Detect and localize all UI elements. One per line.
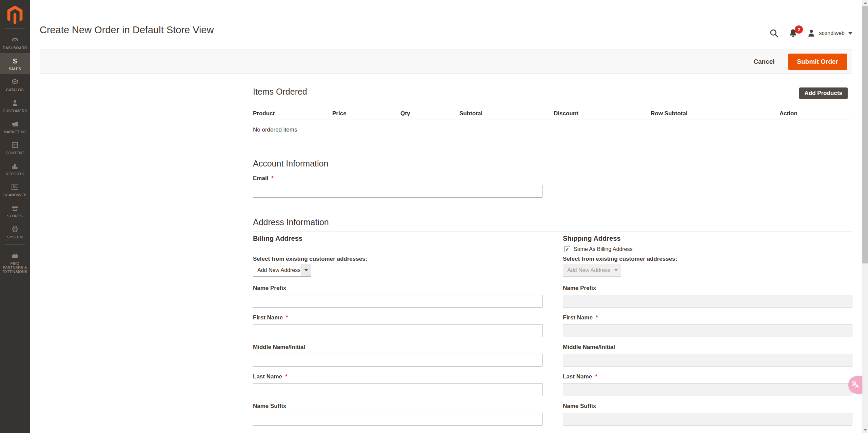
column-header-qty: Qty	[400, 110, 459, 117]
billing-first-name-group: First Name*	[253, 314, 542, 337]
sidebar-item-label: SYSTEM	[7, 235, 23, 239]
sidebar-divider	[5, 28, 25, 29]
shipping-last-name-group: Last Name*	[563, 373, 852, 396]
svg-text:$: $	[13, 57, 17, 65]
items-table-header-row: Product Price Qty Subtotal Discount Row …	[253, 108, 852, 119]
checkmark-icon: ✓	[565, 247, 569, 252]
billing-name-suffix-field[interactable]	[253, 413, 542, 426]
billing-select-label: Select from existing customer addresses:	[253, 256, 367, 262]
sidebar-item-sales[interactable]: $ SALES	[0, 53, 30, 74]
sidebar-item-label: CATALOG	[6, 88, 24, 92]
shipping-select-label: Select from existing customer addresses:	[563, 256, 677, 262]
bar-chart-icon	[11, 162, 19, 171]
add-products-button[interactable]: Add Products	[799, 87, 848, 99]
field-label: Name Suffix	[563, 403, 596, 410]
required-asterisk: *	[286, 314, 288, 321]
billing-middle-name-group: Middle Name/Initial	[253, 344, 542, 367]
email-field[interactable]	[253, 185, 542, 198]
address-information-heading: Address Information	[253, 217, 852, 232]
field-label: First Name	[253, 314, 283, 321]
sidebar-item-label: STORES	[7, 214, 23, 218]
shipping-name-fields: Name Prefix First Name* Middle Name/Init…	[563, 285, 852, 432]
chevron-down-icon	[614, 269, 618, 271]
required-asterisk: *	[595, 373, 597, 380]
package-icon	[11, 78, 19, 86]
billing-middle-name-field[interactable]	[253, 354, 542, 367]
sidebar-item-label: SCANDIWEB	[3, 193, 26, 197]
brick-icon	[11, 251, 19, 260]
email-label: Email	[253, 175, 268, 182]
shipping-name-prefix-field	[563, 295, 852, 308]
required-asterisk: *	[271, 175, 274, 181]
scrollbar[interactable]	[862, 0, 868, 433]
sidebar-item-label: FIND PARTNERS & EXTENSIONS	[1, 261, 29, 274]
column-header-row-subtotal: Row Subtotal	[651, 110, 780, 117]
field-label: Name Suffix	[253, 403, 286, 410]
shipping-name-suffix-field	[563, 413, 852, 426]
email-field-group: Email*	[253, 175, 542, 198]
person-icon	[11, 99, 19, 107]
billing-name-fields: Name Prefix First Name* Middle Name/Init…	[253, 285, 542, 432]
empty-items-message: No ordered items	[253, 119, 852, 133]
gear-icon: ⚙	[11, 225, 19, 234]
shipping-address-select: Add New Address	[563, 264, 621, 277]
sidebar-item-label: CONTENT	[6, 151, 24, 155]
billing-select-arrow[interactable]	[301, 264, 311, 276]
field-label: Middle Name/Initial	[563, 344, 615, 351]
billing-name-suffix-group: Name Suffix	[253, 403, 542, 426]
scrollbar-thumb[interactable]	[862, 6, 868, 263]
sidebar-item-label: DASHBOARD	[3, 46, 27, 50]
sidebar-item-stores[interactable]: STORES	[0, 200, 30, 221]
billing-last-name-group: Last Name*	[253, 373, 542, 396]
column-header-discount: Discount	[554, 110, 651, 117]
billing-address-select[interactable]: Add New Address	[253, 264, 311, 277]
scrollbar-down-arrow[interactable]	[864, 429, 867, 431]
sidebar-item-catalog[interactable]: CATALOG	[0, 74, 30, 95]
field-label: First Name	[563, 314, 593, 321]
scandiweb-icon	[11, 183, 19, 192]
sidebar-item-reports[interactable]: REPORTS	[0, 158, 30, 179]
magento-logo-icon	[6, 5, 24, 25]
translate-icon	[851, 380, 860, 389]
shipping-first-name-group: First Name*	[563, 314, 852, 337]
billing-name-prefix-field[interactable]	[253, 295, 542, 308]
column-header-price: Price	[332, 110, 400, 117]
scrollbar-up-arrow[interactable]	[864, 2, 867, 4]
billing-first-name-field[interactable]	[253, 324, 542, 337]
shipping-first-name-field	[563, 324, 852, 337]
required-asterisk: *	[285, 373, 288, 380]
shipping-name-suffix-group: Name Suffix	[563, 403, 852, 426]
items-ordered-table: Product Price Qty Subtotal Discount Row …	[253, 108, 852, 133]
field-label: Name Prefix	[563, 285, 596, 292]
gauge-icon	[11, 36, 19, 44]
layout-icon	[11, 141, 19, 150]
column-header-action: Action	[780, 110, 852, 117]
shipping-select-value: Add New Address	[563, 264, 611, 276]
same-as-billing-checkbox[interactable]: ✓	[564, 246, 570, 252]
billing-last-name-field[interactable]	[253, 383, 542, 396]
shipping-select-arrow	[611, 264, 621, 276]
same-as-billing-toggle[interactable]: ✓ Same As Billing Address	[564, 246, 632, 252]
shipping-address-title: Shipping Address	[563, 235, 620, 242]
order-form-content: Items Ordered Add Products Product Price…	[253, 0, 852, 433]
billing-name-prefix-group: Name Prefix	[253, 285, 542, 308]
sidebar-item-customers[interactable]: CUSTOMERS	[0, 95, 30, 116]
billing-address-title: Billing Address	[253, 235, 302, 242]
shipping-name-prefix-group: Name Prefix	[563, 285, 852, 308]
sidebar-item-find-partners[interactable]: FIND PARTNERS & EXTENSIONS	[0, 248, 30, 277]
sidebar-item-system[interactable]: ⚙ SYSTEM	[0, 221, 30, 242]
chevron-down-icon	[304, 269, 308, 271]
column-header-subtotal: Subtotal	[459, 110, 554, 117]
sidebar-item-scandiweb[interactable]: SCANDIWEB	[0, 179, 30, 200]
field-label: Middle Name/Initial	[253, 344, 305, 351]
magento-logo[interactable]	[0, 0, 30, 26]
field-label: Last Name	[563, 373, 592, 380]
billing-select-value: Add New Address	[253, 264, 301, 276]
required-asterisk: *	[596, 314, 598, 321]
sidebar-item-dashboard[interactable]: DASHBOARD	[0, 32, 30, 53]
sidebar-item-marketing[interactable]: MARKETING	[0, 116, 30, 137]
sidebar-item-label: SALES	[9, 67, 21, 71]
column-header-product: Product	[253, 110, 332, 117]
sidebar-item-content[interactable]: CONTENT	[0, 137, 30, 158]
megaphone-icon	[11, 120, 19, 129]
